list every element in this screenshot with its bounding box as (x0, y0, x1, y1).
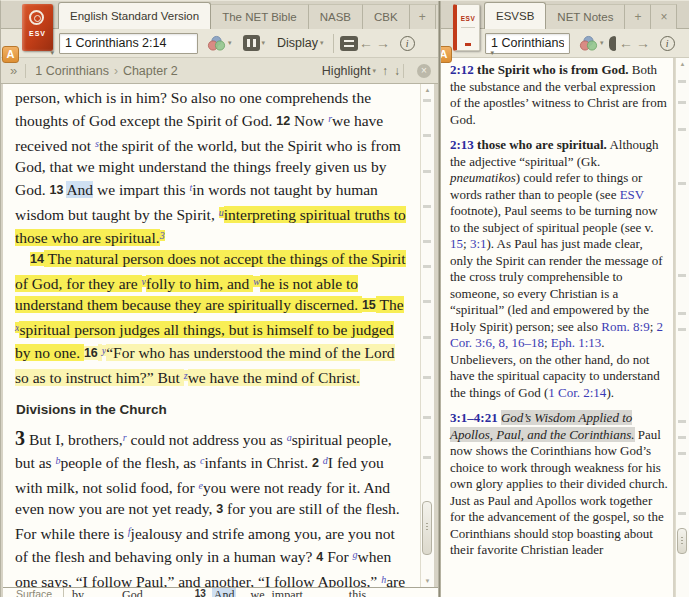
back-arrow-button[interactable]: ← (618, 35, 635, 51)
footnote-marker[interactable]: w (253, 276, 260, 287)
cross-reference-link[interactable]: Rom. 8:9 (601, 319, 649, 334)
panel-link-badge[interactable]: A (441, 46, 452, 63)
text-paragraph: 3 But I, brothers,r could not address yo… (15, 427, 410, 587)
chevron-down-icon[interactable]: ▾ (490, 49, 494, 57)
parallel-columns-icon (243, 35, 260, 51)
toolbar-separator (333, 34, 334, 53)
tab-net-notes[interactable]: NET Notes (546, 4, 625, 29)
text-run: footnote), Paul seems to be turning now … (450, 203, 658, 235)
verse-number: 16 (84, 346, 98, 360)
interlinear-word[interactable]: by (72, 588, 84, 597)
text-run: Divisions in the Church (16, 402, 167, 417)
link-set-icon[interactable] (609, 36, 616, 51)
section-heading: Divisions in the Church (16, 399, 410, 420)
text-run: ; (544, 335, 551, 350)
parallel-resources-button[interactable]: ▾ (235, 35, 269, 51)
info-button[interactable]: i (400, 36, 415, 51)
interlinear-word[interactable]: impart (271, 588, 302, 597)
highlight-menu-label[interactable]: Highlight (322, 64, 371, 78)
note-reference[interactable]: 3:1–4:21 (450, 410, 501, 425)
close-tab-button[interactable]: × (651, 4, 677, 29)
interlinear-word-selected[interactable]: And (212, 588, 237, 597)
back-arrow-button[interactable]: ← (358, 35, 375, 51)
cross-reference-link[interactable]: Eph. 1:13 (551, 335, 602, 350)
tab-nasb[interactable]: NASB (309, 4, 363, 29)
text-run: we impart this (93, 181, 189, 198)
right-scrollbar[interactable]: ▲ (675, 58, 689, 597)
scrollbar-marker (678, 312, 686, 315)
footnote-marker[interactable]: 3 (160, 230, 165, 241)
chevron-down-icon[interactable]: ▾ (50, 49, 54, 57)
tab-cbk[interactable]: CBK (363, 4, 410, 29)
text-paragraph: 2:13 those who are spiritual. Although t… (450, 137, 668, 401)
left-tab-bar: English Standard Version The NET Bible N… (1, 1, 438, 29)
left-scrollbar[interactable]: ▲ ▼ (420, 84, 434, 587)
text-run: those who are spiritual. (477, 137, 607, 152)
scroll-down-icon[interactable]: ▼ (421, 578, 434, 584)
next-highlight-button[interactable]: ↓ (394, 64, 400, 78)
breadcrumb-book[interactable]: 1 Corinthians (35, 64, 109, 78)
resource-cover-esvsb[interactable]: ESV A ▾ (441, 1, 497, 59)
interlinear-word[interactable]: this (349, 588, 366, 597)
scrollbar-marker (678, 512, 686, 515)
study-notes-area: 2:12 the Spirit who is from God. Both th… (441, 58, 673, 597)
scroll-up-icon[interactable]: ▲ (421, 87, 434, 93)
note-reference[interactable]: 2:13 (450, 137, 477, 152)
display-menu-button[interactable]: Display ▾ (268, 36, 327, 50)
text-paragraph: 14 The natural person does not accept th… (15, 248, 410, 388)
interlinear-word[interactable]: God (122, 588, 143, 597)
panel-link-badge[interactable]: A (2, 46, 19, 63)
cross-reference-link[interactable]: 15 (450, 236, 463, 251)
cross-reference-link[interactable]: 3:1 (470, 236, 487, 251)
tab-the-net-bible[interactable]: The NET Bible (211, 4, 309, 29)
scrollbar-marker (678, 328, 686, 331)
scrollbar-thumb[interactable] (422, 501, 432, 555)
text-paragraph: person, which is in him? So also no one … (15, 87, 410, 248)
forward-arrow-button[interactable]: → (635, 35, 652, 51)
breadcrumb-separator: › (114, 64, 118, 78)
text-run: And (66, 181, 93, 198)
scrollbar-thumb[interactable] (677, 528, 687, 554)
breadcrumb-chapter[interactable]: Chapter 2 (123, 64, 178, 78)
tab-english-standard-version[interactable]: English Standard Version (58, 2, 211, 29)
resource-association-button[interactable]: ▾ (570, 35, 607, 52)
text-run: Now (290, 112, 328, 129)
reference-input[interactable] (485, 33, 570, 54)
scrollbar-marker (678, 80, 686, 83)
info-button[interactable]: i (660, 36, 675, 51)
text-run: The (376, 296, 404, 313)
scrollbar-marker (678, 452, 686, 455)
previous-highlight-button[interactable]: ↑ (382, 64, 388, 78)
linked-panels-icon (207, 35, 226, 52)
footnote-marker[interactable]: u (219, 207, 224, 218)
verse-number: 14 (30, 252, 44, 266)
text-run: people of the flesh, as (60, 454, 199, 471)
close-locator-icon[interactable]: × (417, 64, 431, 78)
resource-cover-esv[interactable]: ESV A ▾ (1, 1, 57, 59)
scrollbar-marker (423, 456, 431, 459)
interlinear-word[interactable]: we (250, 588, 264, 597)
scrollbar-marker (423, 134, 431, 137)
scrollbar-marker (423, 99, 431, 102)
cross-reference-link[interactable]: 1 Cor. 2:14 (548, 385, 606, 400)
cross-reference-link[interactable]: ESV (620, 187, 644, 202)
resource-association-button[interactable]: ▾ (198, 35, 235, 52)
chevron-down-icon: ▾ (320, 39, 324, 47)
forward-arrow-button[interactable]: → (375, 35, 392, 51)
scroll-up-icon[interactable]: ▲ (676, 61, 689, 67)
panel-divider[interactable] (438, 1, 441, 597)
reference-input[interactable] (59, 33, 198, 54)
scrollbar-marker (678, 101, 686, 104)
scrollbar-marker (678, 182, 686, 185)
text-run: ; (463, 236, 470, 251)
reading-view-icon[interactable] (340, 36, 358, 51)
add-tab-button[interactable]: + (625, 4, 651, 29)
scrollbar-marker (678, 436, 686, 439)
bible-software-window: ESV A ▾ English Standard Version The NET… (0, 0, 689, 597)
add-tab-button[interactable]: + (410, 4, 436, 29)
chapter-number: 3 (15, 427, 25, 449)
text-run: infants in Christ. (204, 454, 312, 471)
expand-chevrons-icon[interactable]: » (1, 63, 25, 78)
scrollbar-marker (423, 240, 431, 243)
note-reference[interactable]: 2:12 (450, 62, 477, 77)
